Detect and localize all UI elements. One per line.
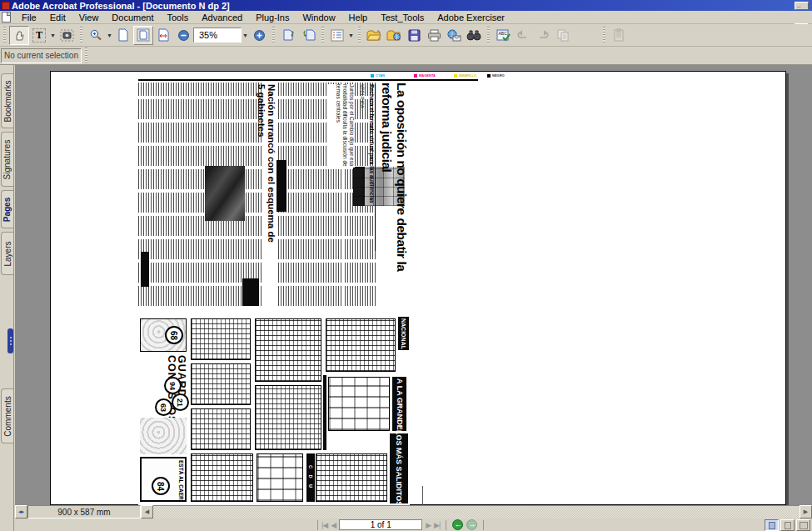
- binoculars-icon: [466, 29, 481, 41]
- lottery-number-circle: 63: [155, 398, 172, 416]
- main-area: Bookmarks Signatures Pages Layers Commen…: [0, 65, 812, 531]
- document-page[interactable]: CYAN MAGENTA AMARILLO NEGRO: [50, 71, 786, 505]
- tab-signatures[interactable]: Signatures: [1, 132, 13, 187]
- title-bar: Adobe Acrobat Professional - [Documento …: [0, 0, 812, 11]
- actual-size-icon: [117, 28, 129, 42]
- selection-bar-grip[interactable]: [85, 48, 87, 64]
- toolbar-grip[interactable]: [80, 27, 82, 43]
- results-table: [191, 408, 251, 450]
- menu-edit[interactable]: Edit: [43, 12, 72, 23]
- previous-view-history-button[interactable]: ←: [452, 519, 463, 530]
- email-icon: [446, 29, 461, 42]
- toolbar-grip[interactable]: [603, 27, 605, 43]
- menu-help[interactable]: Help: [342, 12, 375, 23]
- next-view-button[interactable]: [298, 26, 318, 45]
- scroll-left-button[interactable]: ◀: [141, 505, 153, 518]
- copy-button[interactable]: [553, 26, 573, 45]
- text-select-icon: T: [32, 28, 46, 43]
- print-button[interactable]: [424, 26, 444, 45]
- single-page-layout-button[interactable]: [765, 519, 779, 531]
- document-pane[interactable]: CYAN MAGENTA AMARILLO NEGRO: [15, 65, 812, 531]
- undo-icon: [516, 29, 530, 41]
- zoom-out-button[interactable]: [173, 26, 193, 45]
- results-table: [255, 385, 321, 450]
- zoom-tool-icon: [89, 28, 102, 42]
- search-button[interactable]: [464, 26, 484, 45]
- previous-view-button[interactable]: [278, 26, 298, 45]
- page-list-dropdown[interactable]: ▼: [347, 26, 355, 45]
- cdu-column-header: C D U: [306, 453, 315, 502]
- tab-layers[interactable]: Layers: [1, 232, 13, 275]
- zoom-tool-button[interactable]: [86, 26, 106, 45]
- horizontal-scrollbar-track[interactable]: [153, 505, 800, 518]
- results-table: [191, 363, 251, 405]
- promo-box: ESTÁ AL CAER 84: [140, 457, 187, 502]
- menu-document[interactable]: Document: [105, 12, 160, 23]
- menu-window[interactable]: Window: [296, 12, 341, 23]
- tab-comments[interactable]: Comments: [1, 388, 13, 443]
- snapshot-tool-button[interactable]: [57, 26, 77, 45]
- first-page-button[interactable]: |◀: [321, 521, 327, 529]
- fit-width-icon: [157, 28, 170, 42]
- minimize-button[interactable]: _: [795, 2, 809, 10]
- next-page-button[interactable]: ▶: [426, 521, 431, 529]
- spellcheck-button[interactable]: ABC: [493, 26, 513, 45]
- menu-tools[interactable]: Tools: [161, 12, 196, 23]
- tab-bookmarks[interactable]: Bookmarks: [1, 73, 13, 128]
- last-page-button[interactable]: ▶|: [434, 521, 440, 529]
- results-table: [191, 318, 251, 360]
- text-select-tool-button[interactable]: T: [29, 26, 49, 45]
- toolbar-grip[interactable]: [3, 27, 6, 43]
- hand-tool-button[interactable]: [9, 26, 29, 45]
- fit-page-button[interactable]: [133, 26, 153, 45]
- zoom-in-button[interactable]: [249, 26, 269, 45]
- section-label: 4/POLITICA: [358, 83, 365, 133]
- menu-advanced[interactable]: Advanced: [195, 12, 249, 23]
- toolbar-grip[interactable]: [272, 27, 275, 43]
- facing-layout-button[interactable]: [796, 519, 810, 531]
- scroll-right-button[interactable]: ▶: [800, 505, 812, 518]
- zoom-level-combo[interactable]: 35%: [193, 28, 242, 43]
- lottery-number-circle: 94: [164, 377, 182, 394]
- continuous-layout-button[interactable]: [780, 519, 795, 531]
- pane-splitter-handle[interactable]: [7, 328, 13, 353]
- next-view-history-button[interactable]: →: [466, 519, 477, 530]
- menu-view[interactable]: View: [72, 12, 106, 23]
- zoom-level-value: 35%: [199, 30, 217, 40]
- undo-button[interactable]: [513, 26, 533, 45]
- previous-view-icon: [281, 28, 296, 42]
- text-select-dropdown[interactable]: ▼: [49, 26, 57, 45]
- rule-bar: [323, 375, 326, 450]
- page-number-box[interactable]: 1 of 1: [339, 519, 422, 530]
- save-button[interactable]: [404, 26, 424, 45]
- copy-icon: [556, 29, 570, 42]
- previous-page-button[interactable]: ◀: [331, 521, 336, 529]
- toolbar-grip[interactable]: [321, 27, 324, 43]
- menu-adobe-exerciser[interactable]: Adobe Exerciser: [431, 12, 511, 23]
- email-button[interactable]: [444, 26, 464, 45]
- menu-file[interactable]: File: [15, 12, 43, 23]
- page-list-icon: [331, 29, 344, 42]
- toolbar-grip[interactable]: [487, 27, 490, 43]
- cut-mark: [422, 486, 423, 505]
- section-bar: [276, 160, 286, 212]
- tab-pages[interactable]: Pages: [1, 190, 13, 228]
- zoom-level-dropdown[interactable]: ▼: [242, 26, 249, 45]
- page-list-button[interactable]: [327, 26, 347, 45]
- menu-test-tools[interactable]: Test_Tools: [374, 12, 431, 23]
- menu-plugins[interactable]: Plug-Ins: [249, 12, 296, 23]
- results-table: [326, 318, 396, 372]
- toggle-pane-button[interactable]: ◂▸: [15, 505, 27, 518]
- open-button[interactable]: [364, 26, 384, 45]
- redo-button[interactable]: [533, 26, 553, 45]
- actual-size-button[interactable]: [113, 26, 133, 45]
- headline-kicker: Rechaza el formato virtual para las audi…: [366, 84, 376, 251]
- zoom-tool-dropdown[interactable]: ▼: [106, 26, 113, 45]
- window-title: Adobe Acrobat Professional - [Documento …: [12, 1, 230, 11]
- toolbar-grip[interactable]: [358, 27, 361, 43]
- fit-width-button[interactable]: [153, 26, 173, 45]
- promo-black-box: [242, 278, 259, 306]
- cartoon-illustration: [140, 418, 187, 454]
- clipboard-button[interactable]: [609, 26, 629, 45]
- open-web-page-button[interactable]: [384, 26, 404, 45]
